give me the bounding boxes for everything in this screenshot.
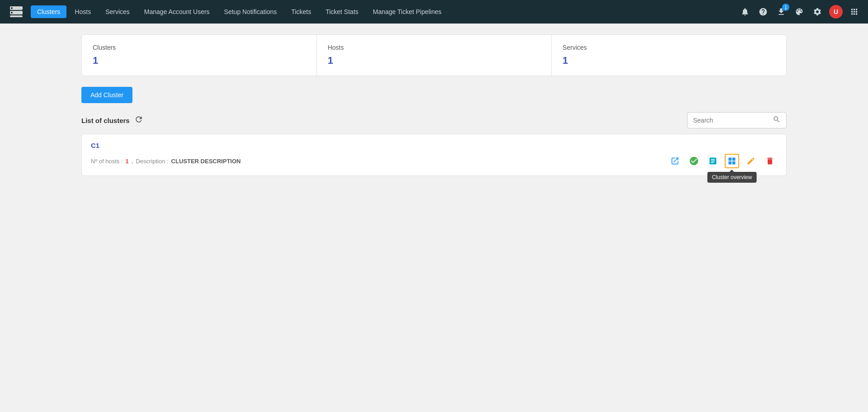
cluster-card: C1 Nº of hosts : 1 , Description : CLUST… bbox=[81, 134, 787, 176]
list-title: List of clusters bbox=[81, 117, 130, 124]
navbar: Clusters Hosts Services Manage Account U… bbox=[0, 0, 868, 24]
list-title-row: List of clusters bbox=[81, 115, 143, 126]
hosts-count: 1 bbox=[126, 158, 129, 165]
nav-setup-notifications[interactable]: Setup Notifications bbox=[218, 5, 283, 18]
nav-icons: 1 U bbox=[739, 5, 861, 19]
download-badge: 1 bbox=[782, 4, 789, 11]
cluster-overview-tooltip: Cluster overview bbox=[708, 172, 757, 183]
list-header: List of clusters bbox=[81, 112, 787, 128]
nav-manage-ticket-pipelines[interactable]: Manage Ticket Pipelines bbox=[367, 5, 448, 18]
stat-hosts-value: 1 bbox=[328, 55, 541, 66]
cluster-row-inner: Nº of hosts : 1 , Description : CLUSTER … bbox=[91, 154, 777, 168]
notification-icon[interactable] bbox=[739, 5, 751, 18]
notes-button[interactable] bbox=[706, 154, 720, 168]
search-icon bbox=[773, 115, 781, 125]
svg-point-3 bbox=[11, 7, 13, 9]
stat-clusters: Clusters 1 bbox=[82, 35, 317, 76]
edit-button[interactable] bbox=[744, 154, 758, 168]
nav-ticket-stats[interactable]: Ticket Stats bbox=[319, 5, 365, 18]
status-button[interactable] bbox=[687, 154, 701, 168]
hosts-label: Nº of hosts : bbox=[91, 158, 123, 165]
search-box[interactable] bbox=[687, 112, 787, 128]
main-content: Clusters 1 Hosts 1 Services 1 Add Cluste… bbox=[0, 24, 868, 187]
help-icon[interactable] bbox=[757, 5, 769, 18]
cluster-overview-button[interactable]: Cluster overview bbox=[725, 154, 739, 168]
cluster-actions: Cluster overview bbox=[668, 154, 777, 168]
stat-services: Services 1 bbox=[552, 35, 786, 76]
delete-button[interactable] bbox=[763, 154, 777, 168]
stat-hosts: Hosts 1 bbox=[317, 35, 552, 76]
nav-tickets[interactable]: Tickets bbox=[285, 5, 317, 18]
refresh-icon[interactable] bbox=[134, 115, 143, 126]
nav-manage-account-users[interactable]: Manage Account Users bbox=[138, 5, 216, 18]
add-cluster-button[interactable]: Add Cluster bbox=[81, 87, 132, 103]
stat-hosts-label: Hosts bbox=[328, 44, 541, 51]
avatar[interactable]: U bbox=[829, 5, 843, 19]
cluster-name[interactable]: C1 bbox=[91, 142, 777, 149]
stat-services-value: 1 bbox=[562, 55, 775, 66]
desc-value: CLUSTER DESCRIPTION bbox=[171, 158, 241, 165]
stat-clusters-value: 1 bbox=[93, 55, 306, 66]
logo bbox=[7, 3, 25, 21]
nav-clusters[interactable]: Clusters bbox=[31, 5, 66, 18]
stat-services-label: Services bbox=[562, 44, 775, 51]
desc-label: Description : bbox=[136, 158, 168, 165]
search-input[interactable] bbox=[693, 117, 773, 124]
apps-icon[interactable] bbox=[848, 5, 861, 18]
nav-services[interactable]: Services bbox=[99, 5, 136, 18]
cluster-meta: Nº of hosts : 1 , Description : CLUSTER … bbox=[91, 158, 241, 165]
open-link-button[interactable] bbox=[668, 154, 682, 168]
separator: , bbox=[132, 158, 133, 165]
theme-icon[interactable] bbox=[793, 5, 806, 18]
stats-row: Clusters 1 Hosts 1 Services 1 bbox=[81, 34, 787, 76]
download-icon[interactable]: 1 bbox=[775, 5, 788, 18]
stat-clusters-label: Clusters bbox=[93, 44, 306, 51]
svg-point-4 bbox=[11, 12, 13, 14]
nav-hosts[interactable]: Hosts bbox=[68, 5, 97, 18]
svg-rect-2 bbox=[10, 15, 23, 17]
settings-icon[interactable] bbox=[811, 5, 824, 18]
